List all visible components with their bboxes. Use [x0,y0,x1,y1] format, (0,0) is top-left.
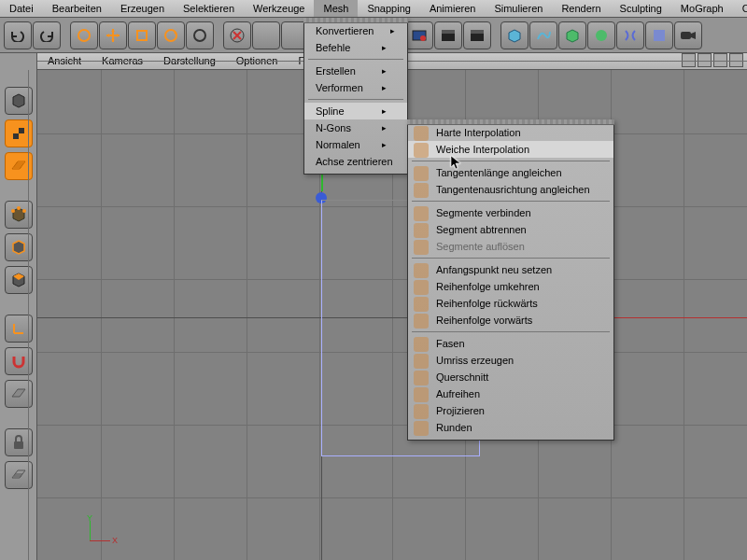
menuitem-harte-interpolation[interactable]: Harte Interpolation [408,124,613,141]
svg-rect-11 [471,30,484,34]
svg-rect-17 [19,133,24,139]
svg-point-19 [22,209,26,213]
toolbar-button[interactable] [252,21,280,49]
cube-icon[interactable] [500,21,529,49]
nurbs-icon[interactable] [558,21,586,49]
menu-mesh[interactable]: Mesh [314,0,358,17]
menuitem-tangentenausrichtung-angleichen[interactable]: Tangentenausrichtung angleichen [408,181,613,198]
menu-mograph[interactable]: MoGraph [671,0,733,17]
menuitem-befehle[interactable]: Befehle▸ [304,39,407,56]
svg-point-20 [11,209,15,213]
svg-point-7 [420,35,426,41]
menuitem-icon [414,354,429,369]
menuitem-icon [414,337,429,352]
menuitem-spline[interactable]: Spline▸ [304,103,407,119]
menuitem-weiche-interpolation[interactable]: Weiche Interpolation [408,141,613,158]
menuitem-icon [414,314,429,329]
deformer-icon[interactable] [616,21,644,49]
menuitem-querschnitt[interactable]: Querschnitt [408,369,613,385]
menuitem-icon [414,371,429,385]
menu-bearbeiten[interactable]: Bearbeiten [43,0,111,17]
menuitem-icon [414,183,429,198]
menu-animieren[interactable]: Animieren [420,0,486,17]
menu-datei[interactable]: Datei [0,0,43,17]
svg-rect-9 [442,30,455,34]
camera-icon[interactable] [674,21,702,49]
svg-rect-16 [13,128,19,133]
x-lock-button[interactable] [223,21,251,49]
menuitem-segmente-aufl-sen: Segmente auflösen [408,238,613,255]
menu-snapping[interactable]: Snapping [358,0,420,17]
environment-icon[interactable] [645,21,673,49]
menuitem-icon [414,421,429,436]
menuitem-umriss-erzeugen[interactable]: Umriss erzeugen [408,352,613,369]
menuitem-segment-abtrennen[interactable]: Segment abtrennen [408,221,613,238]
menuitem-anfangspunkt-neu-setzen[interactable]: Anfangspunkt neu setzen [408,261,613,278]
menuitem-verformen[interactable]: Verformen▸ [304,79,407,96]
menuitem-icon [414,387,429,402]
rotate-tool[interactable] [157,21,185,49]
mini-axis: Y X [84,513,121,551]
menuitem-aufreihen[interactable]: Aufreihen [408,385,613,402]
spline-icon[interactable] [529,21,557,49]
select-tool[interactable] [70,21,98,49]
menu-erzeugen[interactable]: Erzeugen [111,0,174,17]
svg-rect-10 [471,34,484,41]
lasso-tool[interactable] [186,21,214,49]
menuitem-projizieren[interactable]: Projizieren [408,402,613,419]
menuitem-fasen[interactable]: Fasen [408,335,613,352]
svg-point-12 [596,30,607,41]
scale-tool[interactable] [128,21,156,49]
menuitem-konvertieren[interactable]: Konvertieren▸ [304,22,407,39]
menuitem-icon [414,143,429,158]
menuitem-reihenfolge-r-ckw-rts[interactable]: Reihenfolge rückwärts [408,295,613,312]
svg-point-2 [165,30,176,41]
spline-submenu[interactable]: Harte InterpolationWeiche InterpolationT… [407,119,614,441]
svg-point-0 [78,30,90,41]
menuitem-normalen[interactable]: Normalen▸ [304,136,407,153]
menu-charak[interactable]: Charak [733,0,747,17]
menuitem-reihenfolge-umkehren[interactable]: Reihenfolge umkehren [408,278,613,295]
menuitem-icon [414,223,429,238]
menuitem-icon [414,166,429,181]
menuitem-runden[interactable]: Runden [408,419,613,436]
clapper-icon[interactable] [434,21,462,49]
redo-button[interactable] [33,21,61,49]
generator-icon[interactable] [587,21,615,49]
svg-point-18 [17,206,21,210]
menuitem-icon [414,297,429,312]
menuitem-n-gons[interactable]: N-Gons▸ [304,119,407,136]
menuitem-segmente-verbinden[interactable]: Segmente verbinden [408,204,613,221]
menuitem-icon [414,263,429,278]
menu-werkzeuge[interactable]: Werkzeuge [244,0,314,17]
mesh-menu[interactable]: Konvertieren▸Befehle▸Erstellen▸Verformen… [303,18,408,175]
clapper-icon[interactable] [463,21,491,49]
svg-rect-8 [442,34,455,41]
svg-rect-13 [654,30,665,41]
render-region-button[interactable] [405,21,433,49]
move-tool[interactable] [99,21,127,49]
menu-simulieren[interactable]: Simulieren [485,0,552,17]
mode-toolbar [0,53,37,560]
menubar: DateiBearbeitenErzeugenSelektierenWerkze… [0,0,747,18]
menu-rendern[interactable]: Rendern [552,0,610,17]
menuitem-icon [414,206,429,221]
svg-rect-21 [14,441,23,449]
menuitem-icon [414,240,429,255]
menuitem-erstellen[interactable]: Erstellen▸ [304,63,407,79]
svg-point-3 [194,30,205,41]
undo-button[interactable] [4,21,32,49]
menuitem-icon [414,404,429,419]
menuitem-reihenfolge-vorw-rts[interactable]: Reihenfolge vorwärts [408,312,613,329]
svg-rect-1 [137,31,147,40]
menuitem-tangentenl-nge-angleichen[interactable]: Tangentenlänge angleichen [408,164,613,181]
menu-sculpting[interactable]: Sculpting [611,0,671,17]
svg-rect-14 [681,32,691,39]
menuitem-achse-zentrieren[interactable]: Achse zentrieren▸ [304,153,407,170]
menu-selektieren[interactable]: Selektieren [174,0,244,17]
menuitem-icon [414,126,429,141]
menuitem-icon [414,280,429,295]
